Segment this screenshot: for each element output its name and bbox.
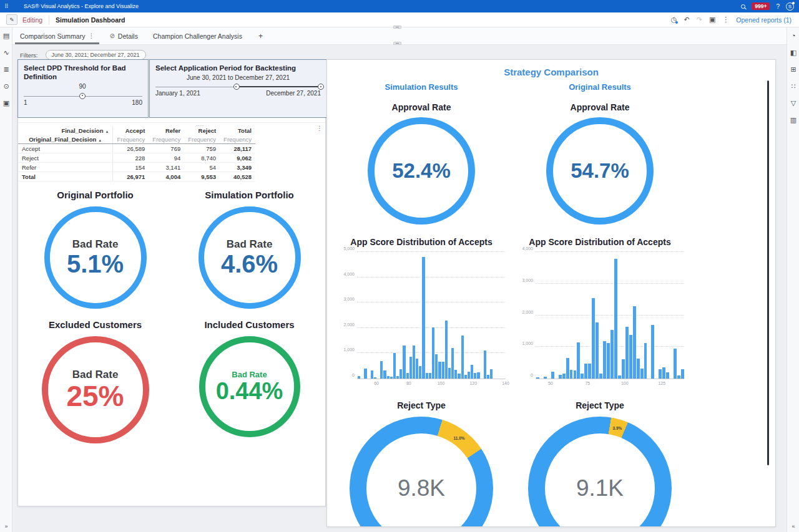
notification-badge[interactable]: 999+	[752, 2, 770, 10]
slider-thumb[interactable]	[79, 93, 86, 99]
add-page-button[interactable]: +	[250, 32, 272, 41]
histogram-bar[interactable]	[551, 372, 554, 379]
approval-rate-donut[interactable]: 54.7%	[546, 117, 654, 225]
templates-icon[interactable]: ▣	[0, 95, 12, 112]
sort-asc-icon[interactable]: ▲	[98, 138, 102, 142]
x-axis-tick: 50	[548, 381, 553, 385]
undo-icon[interactable]: ↶	[684, 16, 689, 24]
kpi-title: Original Portfolio	[18, 190, 172, 200]
histogram-bar[interactable]	[461, 336, 464, 379]
selected-range-label: June 30, 2021 to December 27, 2021	[155, 74, 321, 81]
column-header[interactable]: Accept	[113, 126, 149, 135]
reject-type-donut[interactable]: 9.1K3.9%	[528, 417, 672, 527]
objects-icon[interactable]: ∿	[0, 44, 12, 61]
histogram-bar[interactable]	[421, 257, 424, 379]
editing-label: Editing	[22, 16, 42, 24]
reject-type-donut[interactable]: 9.8K11.0%	[350, 417, 493, 527]
tab-champion-challenger[interactable]: Champion Challenger Analysis	[145, 27, 250, 44]
donut-ring: Bad Rate5.1%	[44, 206, 147, 309]
report-options-icon[interactable]: ◔	[787, 27, 799, 44]
app-score-histogram[interactable]: 01,0002,0003,0004,0005075100125	[511, 252, 689, 387]
histogram-bar[interactable]	[373, 377, 376, 379]
zoom-data-icon[interactable]: ⊞	[787, 61, 799, 78]
table-row[interactable]: Refer1543,141543,349	[18, 163, 255, 172]
page-options-icon[interactable]: ◧	[787, 44, 799, 61]
expand-right-pane-icon[interactable]: «	[787, 523, 799, 530]
edit-mode-button[interactable]: ✎	[6, 14, 17, 25]
histogram-bar[interactable]	[536, 377, 539, 379]
measure-label: Frequency	[184, 135, 220, 144]
histogram-bar[interactable]	[363, 369, 366, 379]
histogram-bar[interactable]	[595, 322, 599, 379]
histogram-bar[interactable]	[673, 349, 677, 379]
object-menu-icon[interactable]: ⋮	[316, 125, 323, 132]
history-icon[interactable]: ◷	[671, 16, 677, 24]
more-options-icon[interactable]: ⋮	[722, 16, 729, 24]
data-icon[interactable]: ▤	[0, 27, 12, 44]
panel-collapse-handle[interactable]	[393, 42, 401, 45]
histogram-bar[interactable]	[650, 325, 654, 379]
help-icon[interactable]: ?	[776, 3, 780, 10]
roles-icon[interactable]: ∷	[787, 78, 799, 95]
app-switcher-icon[interactable]: ⠿	[0, 3, 12, 9]
kpi-donut-excluded-customers[interactable]: Excluded CustomersBad Rate25%	[18, 319, 172, 443]
histogram-bar[interactable]	[680, 369, 684, 379]
histogram-bar[interactable]	[543, 377, 547, 379]
approval-rate-title: Approval Rate	[332, 102, 511, 112]
histogram-bar[interactable]	[489, 369, 493, 379]
column-header[interactable]: Total	[220, 126, 255, 135]
search-icon[interactable]	[741, 4, 745, 9]
date-filter-chip[interactable]: June 30, 2021; December 27, 2021	[46, 50, 146, 60]
range-start-thumb[interactable]	[233, 84, 240, 90]
histogram-bar[interactable]	[476, 372, 479, 379]
row-header: Accept	[18, 144, 113, 153]
vertical-scrollbar[interactable]	[767, 80, 769, 465]
user-avatar[interactable]: S	[786, 2, 794, 11]
table-row[interactable]: Accept26,58976975928,117	[18, 144, 255, 153]
view-report-icon[interactable]: ▣	[709, 16, 715, 24]
toolbar-divider	[49, 16, 49, 24]
tab-details[interactable]: ⊘ Details	[102, 27, 145, 44]
kpi-donut-original-portfolio[interactable]: Original PortfolioBad Rate5.1%	[18, 190, 172, 309]
histogram-bar[interactable]	[357, 376, 360, 379]
table-cell: 154	[113, 163, 149, 172]
histogram-bar[interactable]	[665, 372, 669, 379]
kpi-title: Excluded Customers	[18, 319, 172, 330]
kpi-value: 25%	[66, 381, 124, 411]
y-axis-tick: 5,000	[343, 246, 355, 251]
tab-label: Champion Challenger Analysis	[153, 32, 242, 40]
expand-left-pane-icon[interactable]: »	[0, 523, 12, 530]
approval-rate-donut[interactable]: 52.4%	[368, 117, 475, 225]
column-header[interactable]: Refer	[149, 126, 184, 135]
table-row[interactable]: Total26,9714,0049,55340,528	[18, 172, 255, 181]
redo-icon[interactable]: ↷	[697, 16, 702, 24]
kpi-donut-included-customers[interactable]: Included CustomersBad Rate0.44%	[172, 319, 326, 437]
app-top-bar: ⠿ SAS® Visual Analytics - Explore and Vi…	[0, 0, 799, 12]
suggestions-icon[interactable]: ⊙	[0, 78, 12, 95]
tab-menu-icon[interactable]: ⋮	[88, 32, 94, 39]
ranks-icon[interactable]: ▥	[787, 112, 799, 128]
histogram-bar[interactable]	[614, 259, 617, 379]
x-axis-tick: 75	[585, 381, 590, 385]
table-cell: 26,589	[113, 144, 149, 153]
tab-comparison-summary[interactable]: Comparison Summary ⋮	[12, 27, 102, 44]
histogram-bar[interactable]	[393, 353, 396, 379]
range-end-thumb[interactable]	[318, 84, 324, 90]
sas-va-app: ⠿ SAS® Visual Analytics - Explore and Vi…	[0, 0, 799, 532]
histogram-bar[interactable]	[644, 343, 647, 379]
app-score-histogram[interactable]: 01,0002,0003,0004,0005,0006080100120140	[332, 252, 511, 387]
panel-collapse-handle[interactable]	[393, 26, 401, 29]
reject-type-title: Reject Type	[332, 400, 511, 410]
tab-label: Details	[118, 32, 138, 40]
table-cell: 769	[149, 144, 184, 153]
opened-reports-link[interactable]: Opened reports (1)	[736, 16, 792, 24]
filters-icon[interactable]: ▽	[787, 95, 799, 112]
outline-icon[interactable]: ≣	[0, 61, 12, 78]
table-row[interactable]: Reject228948,7409,062	[18, 153, 255, 163]
kpi-value: 4.6%	[221, 251, 278, 277]
strategy-comparison-panel: Strategy Comparison Simulation ResultsAp…	[326, 59, 776, 527]
histogram-bar[interactable]	[576, 342, 580, 379]
sort-asc-icon[interactable]: ▲	[105, 130, 109, 133]
column-header: Reject	[199, 127, 217, 134]
kpi-donut-simulation-portfolio[interactable]: Simulation PortfolioBad Rate4.6%	[172, 190, 326, 309]
